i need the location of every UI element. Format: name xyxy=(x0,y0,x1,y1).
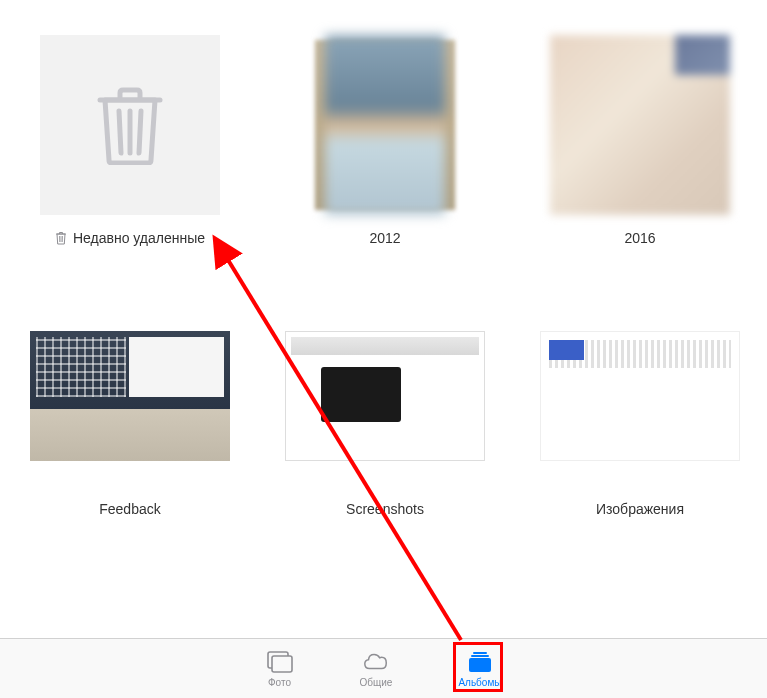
svg-line-0 xyxy=(119,111,121,153)
album-label-row: Screenshots xyxy=(346,501,424,517)
album-label: 2016 xyxy=(624,230,655,246)
album-label-row: Feedback xyxy=(99,501,160,517)
albums-content: Недавно удаленные 2012 2016 Feedback xyxy=(0,0,767,638)
album-screenshots[interactable]: Screenshots xyxy=(285,306,485,517)
album-label-row: 2016 xyxy=(624,230,655,246)
album-label: Feedback xyxy=(99,501,160,517)
svg-rect-8 xyxy=(473,652,487,654)
tab-bar: Фото Общие Альбомы xyxy=(0,638,767,698)
trash-mini-icon xyxy=(55,231,67,245)
album-thumb-feedback xyxy=(30,331,230,461)
album-label-row: Недавно удаленные xyxy=(55,230,205,246)
album-thumb-images xyxy=(540,331,740,461)
tab-albums[interactable]: Альбомы xyxy=(450,646,509,692)
photos-icon xyxy=(266,650,294,674)
album-images[interactable]: Изображения xyxy=(540,306,740,517)
trash-icon xyxy=(95,85,165,165)
tab-photos[interactable]: Фото xyxy=(258,646,302,692)
album-thumb-2016 xyxy=(550,35,730,215)
album-thumb-2012 xyxy=(295,35,475,215)
album-thumb-deleted xyxy=(40,35,220,215)
album-feedback[interactable]: Feedback xyxy=(30,306,230,517)
album-label-row: 2012 xyxy=(369,230,400,246)
album-thumb-screenshots xyxy=(285,331,485,461)
svg-line-2 xyxy=(139,111,141,153)
album-label: 2012 xyxy=(369,230,400,246)
albums-icon xyxy=(466,650,494,674)
album-label: Изображения xyxy=(596,501,684,517)
tab-shared[interactable]: Общие xyxy=(352,646,401,692)
album-label: Screenshots xyxy=(346,501,424,517)
album-2012[interactable]: 2012 xyxy=(285,35,485,246)
svg-rect-9 xyxy=(471,655,489,657)
svg-rect-7 xyxy=(272,656,292,672)
album-2016[interactable]: 2016 xyxy=(540,35,740,246)
tab-label: Альбомы xyxy=(458,677,501,688)
album-recently-deleted[interactable]: Недавно удаленные xyxy=(30,35,230,246)
svg-rect-10 xyxy=(469,658,491,672)
album-label: Недавно удаленные xyxy=(73,230,205,246)
tab-label: Общие xyxy=(360,677,393,688)
tab-label: Фото xyxy=(268,677,291,688)
cloud-icon xyxy=(362,650,390,674)
album-label-row: Изображения xyxy=(596,501,684,517)
album-grid: Недавно удаленные 2012 2016 Feedback xyxy=(30,35,737,517)
